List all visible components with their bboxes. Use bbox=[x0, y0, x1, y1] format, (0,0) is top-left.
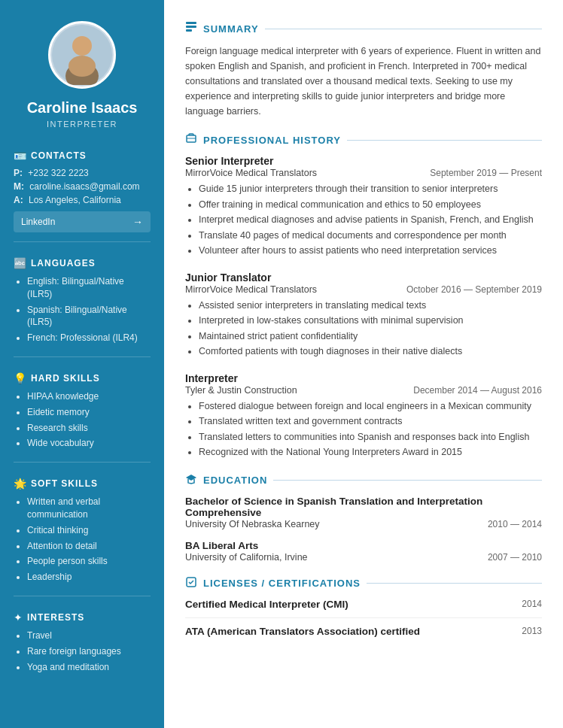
professional-history-header: PROFESSIONAL HISTORY bbox=[185, 132, 542, 147]
edu-dates-2: 2007 — 2010 bbox=[488, 552, 542, 563]
sidebar: Caroline Isaacs INTERPRETER 🪪 CONTACTS P… bbox=[0, 0, 164, 728]
divider-4 bbox=[14, 596, 151, 596]
job-block-3: Interpreter Tyler & Justin Construction … bbox=[185, 372, 542, 460]
professional-history-title: PROFESSIONAL HISTORY bbox=[203, 135, 341, 146]
hard-skills-header: 💡 HARD SKILLS bbox=[14, 372, 151, 384]
contacts-icon: 🪪 bbox=[14, 150, 26, 162]
soft-skills-icon: 🌟 bbox=[14, 478, 26, 490]
education-title: EDUCATION bbox=[203, 475, 267, 486]
email-row: M: caroline.isaacs@gmail.com bbox=[14, 181, 151, 192]
summary-title: SUMMARY bbox=[203, 23, 259, 35]
list-item: English: Bilingual/Native (ILR5) bbox=[27, 275, 151, 301]
list-item: Assisted senior interpreters in translat… bbox=[199, 299, 542, 313]
list-item: Translated written text and government c… bbox=[199, 415, 542, 429]
list-item: Travel bbox=[27, 629, 151, 642]
interests-icon: ✦ bbox=[14, 611, 23, 623]
summary-header: SUMMARY bbox=[185, 21, 542, 36]
soft-skills-section: 🌟 SOFT SKILLS Written and verbal communi… bbox=[0, 470, 164, 591]
languages-icon: 🔤 bbox=[14, 257, 26, 269]
avatar-wrapper bbox=[48, 21, 116, 89]
list-item: Interpret medical diagnoses and advise p… bbox=[199, 214, 542, 227]
list-item: Interpreted in low-stakes consultations … bbox=[199, 314, 542, 328]
job-meta-2: MirrorVoice Medical Translators October … bbox=[185, 284, 542, 295]
address-value: Los Angeles, California bbox=[29, 195, 121, 205]
job-bullets-2: Assisted senior interpreters in translat… bbox=[185, 299, 542, 359]
contacts-title: CONTACTS bbox=[31, 150, 87, 161]
cert-year-1: 2014 bbox=[522, 599, 542, 610]
job-title-3: Interpreter bbox=[185, 372, 542, 384]
job-company-3: Tyler & Justin Construction bbox=[185, 385, 297, 396]
edu-school-2: University of California, Irvine bbox=[185, 552, 308, 563]
education-header: EDUCATION bbox=[185, 473, 542, 488]
cert-name-1: Certified Medical Interpreter (CMI) bbox=[185, 599, 348, 610]
interests-title: INTERESTS bbox=[27, 612, 84, 623]
languages-list: English: Bilingual/Native (ILR5) Spanish… bbox=[14, 275, 151, 344]
phone-label: P: bbox=[14, 168, 23, 178]
list-item: Recognized with the National Young Inter… bbox=[199, 446, 542, 460]
contacts-header: 🪪 CONTACTS bbox=[14, 150, 151, 162]
job-dates-3: December 2014 — August 2016 bbox=[413, 385, 542, 396]
soft-skills-list: Written and verbal communication Critica… bbox=[14, 496, 151, 584]
languages-title: LANGUAGES bbox=[31, 258, 96, 268]
list-item: Critical thinking bbox=[27, 524, 151, 537]
cert-name-2: ATA (American Translators Association) c… bbox=[185, 626, 420, 637]
languages-header: 🔤 LANGUAGES bbox=[14, 257, 151, 269]
summary-line bbox=[265, 29, 542, 29]
edu-meta-1: University Of Nebraska Kearney 2010 — 20… bbox=[185, 519, 542, 529]
job-meta-1: MirrorVoice Medical Translators Septembe… bbox=[185, 168, 542, 178]
list-item: Guide 15 junior interpreters through the… bbox=[199, 183, 542, 196]
list-item: Volunteer after hours to assist patients… bbox=[199, 244, 542, 258]
svg-marker-9 bbox=[186, 475, 196, 481]
summary-text: Foreign language medical interpreter wit… bbox=[185, 44, 542, 119]
contacts-section: 🪪 CONTACTS P: +232 322 2223 M: caroline.… bbox=[0, 142, 164, 237]
divider-2 bbox=[14, 356, 151, 357]
email-value: caroline.isaacs@gmail.com bbox=[29, 181, 139, 192]
list-item: People person skills bbox=[27, 555, 151, 568]
list-item: Leadership bbox=[27, 571, 151, 584]
svg-rect-6 bbox=[186, 29, 192, 32]
languages-section: 🔤 LANGUAGES English: Bilingual/Native (I… bbox=[0, 250, 164, 352]
job-dates-1: September 2019 — Present bbox=[430, 168, 542, 178]
summary-icon bbox=[185, 21, 197, 36]
professional-history-line bbox=[347, 140, 542, 141]
job-meta-3: Tyler & Justin Construction December 201… bbox=[185, 385, 542, 396]
list-item: Wide vocabulary bbox=[27, 437, 151, 450]
interests-list: Travel Rare foreign languages Yoga and m… bbox=[14, 629, 151, 673]
cert-year-2: 2013 bbox=[522, 626, 542, 637]
svg-point-1 bbox=[72, 36, 92, 56]
svg-rect-5 bbox=[186, 26, 196, 28]
job-company-1: MirrorVoice Medical Translators bbox=[185, 168, 317, 178]
job-company-2: MirrorVoice Medical Translators bbox=[185, 284, 317, 295]
list-item: Written and verbal communication bbox=[27, 496, 151, 521]
svg-point-3 bbox=[68, 56, 96, 77]
name: Caroline Isaacs bbox=[20, 99, 145, 117]
phone-row: P: +232 322 2223 bbox=[14, 168, 151, 178]
edu-degree-2: BA Liberal Arts bbox=[185, 540, 542, 551]
job-title-1: Senior Interpreter bbox=[185, 155, 542, 167]
list-item: Yoga and meditation bbox=[27, 661, 151, 674]
linkedin-button[interactable]: LinkedIn → bbox=[14, 211, 151, 232]
hard-skills-title: HARD SKILLS bbox=[31, 373, 100, 384]
hard-skills-icon: 💡 bbox=[14, 372, 26, 384]
job-dates-2: October 2016 — September 2019 bbox=[406, 284, 542, 295]
edu-school-1: University Of Nebraska Kearney bbox=[185, 519, 320, 529]
job-block-1: Senior Interpreter MirrorVoice Medical T… bbox=[185, 155, 542, 258]
divider-3 bbox=[14, 462, 151, 463]
certifications-line bbox=[367, 583, 542, 584]
list-item: Attention to detail bbox=[27, 540, 151, 553]
list-item: Rare foreign languages bbox=[27, 645, 151, 658]
svg-rect-4 bbox=[186, 22, 196, 24]
education-line bbox=[273, 480, 542, 481]
education-icon bbox=[185, 473, 197, 488]
email-label: M: bbox=[14, 181, 24, 192]
edu-dates-1: 2010 — 2014 bbox=[488, 519, 542, 529]
certifications-icon bbox=[185, 576, 197, 591]
job-block-2: Junior Translator MirrorVoice Medical Tr… bbox=[185, 271, 542, 359]
phone-value: +232 322 2223 bbox=[28, 168, 88, 178]
cert-block-2: ATA (American Translators Association) c… bbox=[185, 626, 542, 645]
edu-degree-1: Bachelor of Science in Spanish Translati… bbox=[185, 496, 542, 518]
list-item: Fostered dialogue between foreign and lo… bbox=[199, 400, 542, 414]
main-content: SUMMARY Foreign language medical interpr… bbox=[164, 0, 563, 728]
list-item: Translated letters to communities into S… bbox=[199, 431, 542, 444]
job-bullets-3: Fostered dialogue between foreign and lo… bbox=[185, 400, 542, 460]
